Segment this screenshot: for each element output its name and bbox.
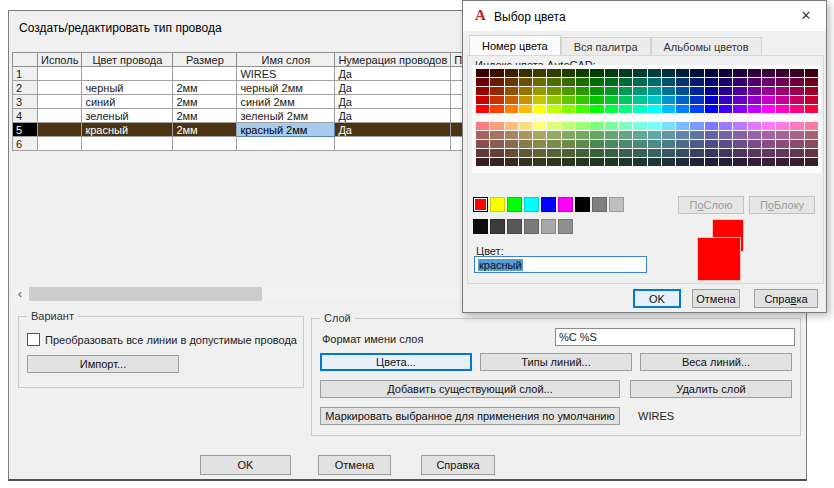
aci-color-cell[interactable] — [590, 131, 603, 139]
table-cell[interactable] — [82, 137, 173, 151]
aci-color-cell[interactable] — [733, 87, 746, 95]
aci-color-cell[interactable] — [776, 105, 789, 113]
aci-color-cell[interactable] — [547, 87, 560, 95]
aci-color-cell[interactable] — [633, 131, 646, 139]
table-cell[interactable]: 2мм — [173, 95, 237, 109]
color-swatch[interactable] — [558, 197, 573, 212]
table-cell[interactable]: зеленый — [82, 109, 173, 123]
aci-color-cell[interactable] — [562, 105, 575, 113]
aci-color-cell[interactable] — [705, 158, 718, 166]
aci-color-cell[interactable] — [547, 158, 560, 166]
aci-color-cell[interactable] — [662, 78, 675, 86]
aci-color-cell[interactable] — [505, 69, 518, 77]
aci-color-cell[interactable] — [676, 69, 689, 77]
aci-color-cell[interactable] — [690, 131, 703, 139]
aci-color-cell[interactable] — [519, 69, 532, 77]
table-cell[interactable]: 2мм — [173, 81, 237, 95]
tab-color-index[interactable]: Номер цвета — [469, 35, 561, 55]
aci-color-cell[interactable] — [505, 122, 518, 130]
color-swatch[interactable] — [541, 219, 556, 234]
table-cell[interactable]: 2мм — [173, 123, 237, 137]
aci-color-cell[interactable] — [805, 87, 818, 95]
aci-color-cell[interactable] — [705, 140, 718, 148]
aci-color-cell[interactable] — [776, 78, 789, 86]
aci-color-cell[interactable] — [490, 96, 503, 104]
aci-color-cell[interactable] — [662, 96, 675, 104]
table-cell[interactable]: Да — [335, 123, 451, 137]
aci-color-cell[interactable] — [648, 69, 661, 77]
aci-color-cell[interactable] — [562, 158, 575, 166]
color-swatch[interactable] — [558, 219, 573, 234]
scrollbar-thumb[interactable] — [29, 287, 262, 301]
aci-color-cell[interactable] — [790, 158, 803, 166]
aci-color-cell[interactable] — [690, 96, 703, 104]
aci-color-cell[interactable] — [690, 140, 703, 148]
aci-color-cell[interactable] — [776, 149, 789, 157]
aci-color-cell[interactable] — [547, 105, 560, 113]
remove-layer-button[interactable]: Удалить слой — [630, 380, 792, 398]
aci-color-cell[interactable] — [533, 69, 546, 77]
aci-color-cell[interactable] — [648, 87, 661, 95]
aci-color-cell[interactable] — [533, 149, 546, 157]
aci-color-cell[interactable] — [547, 149, 560, 157]
color-swatch[interactable] — [473, 219, 488, 234]
color-swatch[interactable] — [473, 197, 488, 212]
aci-color-cell[interactable] — [533, 122, 546, 130]
main-help-button[interactable]: Справка — [421, 455, 495, 475]
aci-color-cell[interactable] — [533, 105, 546, 113]
table-cell[interactable] — [335, 137, 451, 151]
color-swatch[interactable] — [507, 197, 522, 212]
aci-color-cell[interactable] — [676, 105, 689, 113]
table-cell[interactable] — [237, 137, 335, 151]
aci-color-cell[interactable] — [790, 131, 803, 139]
aci-color-cell[interactable] — [805, 158, 818, 166]
aci-color-cell[interactable] — [605, 122, 618, 130]
table-cell[interactable] — [38, 95, 82, 109]
table-cell[interactable]: Да — [335, 109, 451, 123]
aci-color-cell[interactable] — [733, 158, 746, 166]
aci-color-cell[interactable] — [490, 131, 503, 139]
aci-color-cell[interactable] — [719, 87, 732, 95]
linetypes-button[interactable]: Типы линий... — [480, 353, 632, 371]
aci-color-cell[interactable] — [733, 149, 746, 157]
aci-color-cell[interactable] — [633, 122, 646, 130]
color-swatch[interactable] — [490, 197, 505, 212]
aci-color-cell[interactable] — [648, 122, 661, 130]
aci-color-cell[interactable] — [648, 96, 661, 104]
table-cell[interactable] — [38, 123, 82, 137]
row-number-cell[interactable]: 6 — [13, 137, 38, 151]
aci-color-cell[interactable] — [790, 105, 803, 113]
close-icon[interactable]: ✕ — [797, 8, 815, 23]
aci-color-cell[interactable] — [562, 149, 575, 157]
aci-color-cell[interactable] — [576, 158, 589, 166]
lineweights-button[interactable]: Веса линий... — [640, 353, 792, 371]
aci-color-cell[interactable] — [705, 87, 718, 95]
aci-color-cell[interactable] — [605, 78, 618, 86]
table-cell[interactable] — [173, 137, 237, 151]
aci-color-cell[interactable] — [605, 96, 618, 104]
aci-color-cell[interactable] — [505, 78, 518, 86]
aci-color-cell[interactable] — [576, 122, 589, 130]
aci-color-cell[interactable] — [776, 87, 789, 95]
aci-color-cell[interactable] — [648, 131, 661, 139]
aci-color-cell[interactable] — [705, 69, 718, 77]
aci-color-cell[interactable] — [662, 149, 675, 157]
aci-color-cell[interactable] — [619, 105, 632, 113]
aci-color-cell[interactable] — [619, 122, 632, 130]
aci-color-cell[interactable] — [519, 149, 532, 157]
aci-color-cell[interactable] — [705, 149, 718, 157]
aci-color-cell[interactable] — [633, 105, 646, 113]
aci-color-cell[interactable] — [490, 149, 503, 157]
aci-color-cell[interactable] — [748, 96, 761, 104]
mark-default-button[interactable]: Маркировать выбранное для применения по … — [320, 407, 620, 425]
aci-color-cell[interactable] — [490, 87, 503, 95]
aci-color-cell[interactable] — [690, 149, 703, 157]
scroll-left-arrow-icon[interactable]: ‹ — [13, 287, 27, 301]
aci-color-cell[interactable] — [733, 96, 746, 104]
aci-color-cell[interactable] — [476, 149, 489, 157]
aci-color-cell[interactable] — [762, 105, 775, 113]
aci-color-cell[interactable] — [605, 105, 618, 113]
color-swatch[interactable] — [490, 219, 505, 234]
aci-color-cell[interactable] — [547, 140, 560, 148]
aci-color-cell[interactable] — [662, 69, 675, 77]
